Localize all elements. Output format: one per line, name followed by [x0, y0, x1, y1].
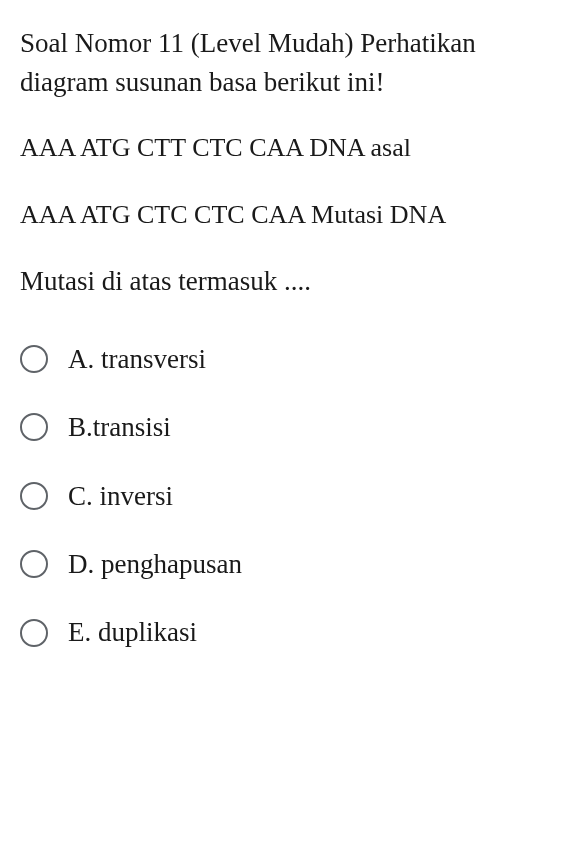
dna-sequence-mutated: AAA ATG CTC CTC CAA Mutasi DNA [20, 197, 549, 233]
option-e[interactable]: E. duplikasi [20, 616, 549, 648]
dna-sequence-original: AAA ATG CTT CTC CAA DNA asal [20, 130, 549, 166]
option-label: B.transisi [68, 411, 171, 443]
option-label: D. penghapusan [68, 548, 242, 580]
option-label: C. inversi [68, 480, 173, 512]
radio-icon [20, 482, 48, 510]
question-prompt: Mutasi di atas termasuk .... [20, 263, 549, 301]
option-c[interactable]: C. inversi [20, 480, 549, 512]
question-header: Soal Nomor 11 (Level Mudah) Perhatikan d… [20, 24, 549, 102]
question-title: Soal Nomor 11 (Level Mudah) [20, 28, 353, 58]
option-label: A. transversi [68, 343, 206, 375]
option-label: E. duplikasi [68, 616, 197, 648]
radio-icon [20, 413, 48, 441]
option-a[interactable]: A. transversi [20, 343, 549, 375]
radio-icon [20, 619, 48, 647]
option-d[interactable]: D. penghapusan [20, 548, 549, 580]
option-b[interactable]: B.transisi [20, 411, 549, 443]
radio-icon [20, 550, 48, 578]
radio-icon [20, 345, 48, 373]
options-group: A. transversi B.transisi C. inversi D. p… [20, 343, 549, 649]
